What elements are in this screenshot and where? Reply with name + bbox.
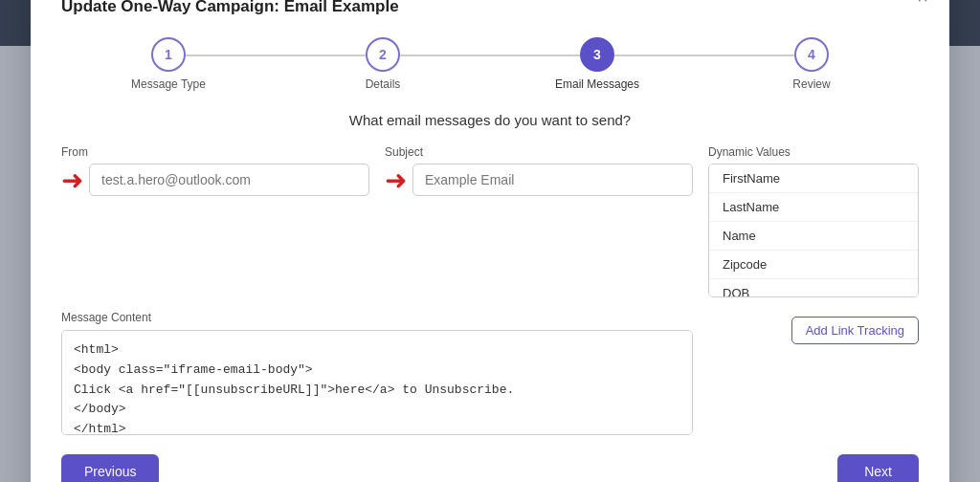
subject-input[interactable] xyxy=(412,164,693,196)
question-text: What email messages do you want to send? xyxy=(61,112,919,128)
message-content-textarea[interactable]: <html> <body class="iframe-email-body"> … xyxy=(61,330,693,435)
add-tracking-button[interactable]: Add Link Tracking xyxy=(791,317,919,344)
from-input-wrapper: ➜ xyxy=(61,164,369,196)
bottom-row: Message Content <html> <body class="ifra… xyxy=(61,311,919,439)
from-input[interactable] xyxy=(89,164,369,196)
modal-footer: Previous Next xyxy=(61,454,919,482)
dynamic-value-name[interactable]: Name xyxy=(709,222,918,251)
step-3[interactable]: 3 Email Messages xyxy=(490,37,704,91)
step-4-circle: 4 xyxy=(794,37,829,72)
step-1-label: Message Type xyxy=(131,77,206,91)
modal-overlay: Update One-Way Campaign: Email Example ×… xyxy=(0,0,980,482)
dynamic-value-dob[interactable]: DOB xyxy=(709,279,918,297)
subject-input-wrapper: ➜ xyxy=(385,164,693,196)
step-line-3 xyxy=(614,55,794,56)
step-4-label: Review xyxy=(792,77,830,91)
subject-field-group: Subject ➜ xyxy=(385,145,693,297)
previous-button[interactable]: Previous xyxy=(61,454,159,482)
step-4[interactable]: 4 Review xyxy=(704,37,919,91)
step-line-1 xyxy=(186,55,366,56)
dynamic-value-zipcode[interactable]: Zipcode xyxy=(709,251,918,279)
step-1[interactable]: 1 Message Type xyxy=(61,37,276,91)
dynamic-value-firstname[interactable]: FirstName xyxy=(709,164,918,193)
step-2-label: Details xyxy=(366,77,401,91)
message-content-col: Message Content <html> <body class="ifra… xyxy=(61,311,693,439)
from-label: From xyxy=(61,145,369,159)
step-3-label: Email Messages xyxy=(555,77,639,91)
form-fields-row: From ➜ Subject ➜ Dynamic Values FirstNam… xyxy=(61,145,919,297)
textarea-wrapper: <html> <body class="iframe-email-body"> … xyxy=(61,330,693,439)
step-3-circle: 3 xyxy=(580,37,614,72)
close-button[interactable]: × xyxy=(917,0,928,7)
next-button[interactable]: Next xyxy=(837,454,919,482)
dynamic-value-lastname[interactable]: LastName xyxy=(709,193,918,222)
step-indicator: 1 Message Type 2 Details 3 Email Message… xyxy=(61,37,919,91)
tracking-col: Add Link Tracking xyxy=(708,317,919,344)
from-arrow-icon: ➜ xyxy=(61,164,83,196)
subject-arrow-icon: ➜ xyxy=(385,164,407,196)
step-2[interactable]: 2 Details xyxy=(276,37,490,91)
modal-title: Update One-Way Campaign: Email Example xyxy=(61,0,919,16)
step-line-2 xyxy=(400,55,580,56)
step-1-circle: 1 xyxy=(151,37,186,72)
from-field-group: From ➜ xyxy=(61,145,369,297)
modal-dialog: Update One-Way Campaign: Email Example ×… xyxy=(31,0,949,482)
message-content-label: Message Content xyxy=(61,311,693,324)
subject-label: Subject xyxy=(385,145,693,159)
dynamic-values-list[interactable]: FirstName LastName Name Zipcode DOB City xyxy=(708,164,919,297)
dynamic-values-label: Dynamic Values xyxy=(708,145,919,159)
step-2-circle: 2 xyxy=(366,37,400,72)
dynamic-values-group: Dynamic Values FirstName LastName Name Z… xyxy=(708,145,919,297)
